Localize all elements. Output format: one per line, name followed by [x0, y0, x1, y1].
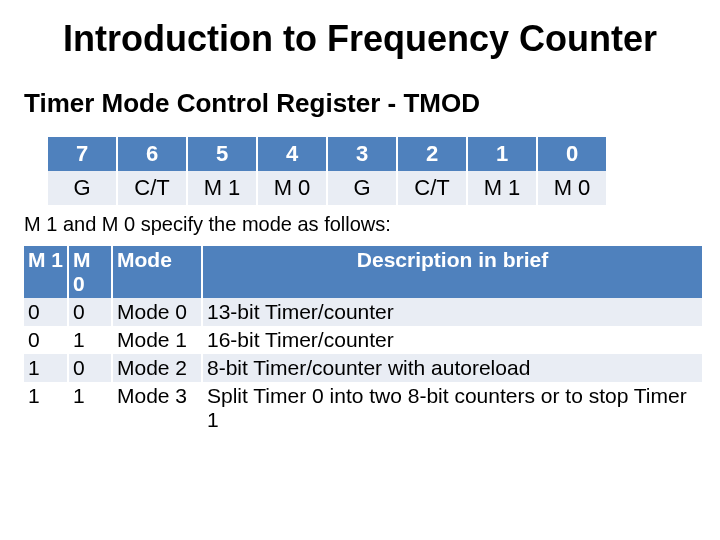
bit-field: C/T — [397, 171, 467, 205]
bit-field: M 0 — [257, 171, 327, 205]
mode-header-mode: Mode — [112, 246, 202, 298]
cell-m0: 1 — [68, 326, 112, 354]
bit-num-3: 3 — [327, 137, 397, 171]
cell-m1: 0 — [24, 298, 68, 326]
cell-m0: 1 — [68, 382, 112, 434]
cell-m1: 0 — [24, 326, 68, 354]
bit-index-table: 7 6 5 4 3 2 1 0 G C/T M 1 M 0 G C/T M 1 … — [48, 137, 608, 205]
cell-mode: Mode 0 — [112, 298, 202, 326]
cell-m0: 0 — [68, 354, 112, 382]
table-row: 1 1 Mode 3 Split Timer 0 into two 8-bit … — [24, 382, 703, 434]
mode-description-table: M 1 M 0 Mode Description in brief 0 0 Mo… — [24, 246, 704, 434]
cell-desc: 8-bit Timer/counter with autoreload — [202, 354, 703, 382]
slide-subtitle: Timer Mode Control Register - TMOD — [24, 88, 696, 119]
table-row: 0 1 Mode 1 16-bit Timer/counter — [24, 326, 703, 354]
cell-m0: 0 — [68, 298, 112, 326]
cell-mode: Mode 3 — [112, 382, 202, 434]
bit-field: G — [327, 171, 397, 205]
cell-desc: 13-bit Timer/counter — [202, 298, 703, 326]
mode-header-m0: M 0 — [68, 246, 112, 298]
cell-mode: Mode 1 — [112, 326, 202, 354]
cell-m1: 1 — [24, 354, 68, 382]
bit-field: M 0 — [537, 171, 607, 205]
bit-num-7: 7 — [48, 137, 117, 171]
mode-note: M 1 and M 0 specify the mode as follows: — [24, 213, 696, 236]
cell-desc: 16-bit Timer/counter — [202, 326, 703, 354]
mode-header-m1: M 1 — [24, 246, 68, 298]
slide: Introduction to Frequency Counter Timer … — [0, 0, 720, 540]
cell-mode: Mode 2 — [112, 354, 202, 382]
bit-field: M 1 — [467, 171, 537, 205]
bit-num-6: 6 — [117, 137, 187, 171]
bit-field: M 1 — [187, 171, 257, 205]
cell-m1: 1 — [24, 382, 68, 434]
bit-num-5: 5 — [187, 137, 257, 171]
cell-desc: Split Timer 0 into two 8-bit counters or… — [202, 382, 703, 434]
bit-num-0: 0 — [537, 137, 607, 171]
table-row: 0 0 Mode 0 13-bit Timer/counter — [24, 298, 703, 326]
table-row: 1 0 Mode 2 8-bit Timer/counter with auto… — [24, 354, 703, 382]
bit-field: G — [48, 171, 117, 205]
bit-num-1: 1 — [467, 137, 537, 171]
bit-num-2: 2 — [397, 137, 467, 171]
slide-title: Introduction to Frequency Counter — [24, 18, 696, 60]
mode-header-desc: Description in brief — [202, 246, 703, 298]
bit-num-4: 4 — [257, 137, 327, 171]
bit-field: C/T — [117, 171, 187, 205]
